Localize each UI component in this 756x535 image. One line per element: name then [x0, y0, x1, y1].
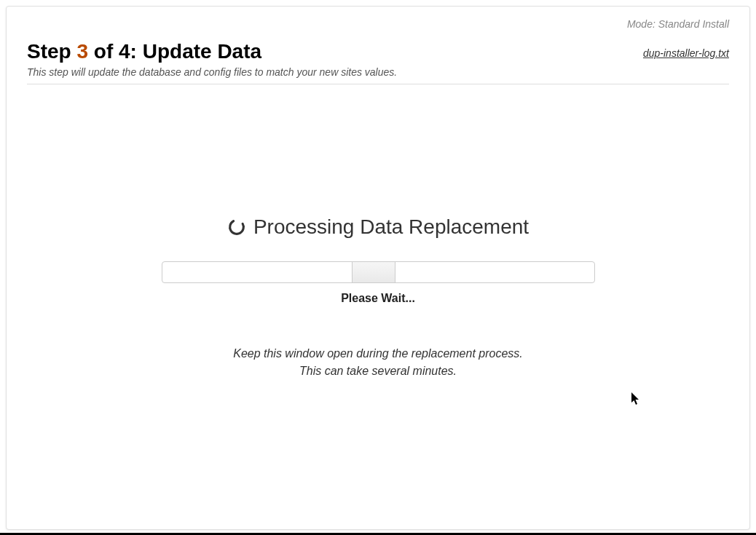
step-subtitle: This step will update the database and c…: [27, 66, 729, 78]
mode-label: Mode: Standard Install: [627, 18, 729, 30]
svg-point-0: [227, 218, 246, 237]
info-text: Keep this window open during the replace…: [27, 345, 729, 380]
processing-title: Processing Data Replacement: [227, 215, 529, 239]
progress-bar: [162, 261, 595, 283]
header-divider: [27, 84, 729, 84]
header-row: Step 3 of 4: Update Data dup-installer-l…: [27, 40, 729, 78]
step-prefix: Step: [27, 40, 76, 63]
processing-title-text: Processing Data Replacement: [253, 215, 529, 239]
step-number: 3: [76, 40, 88, 63]
please-wait-text: Please Wait...: [27, 292, 729, 305]
step-middle: of 4:: [88, 40, 143, 63]
processing-block: Processing Data Replacement Please Wait.…: [27, 215, 729, 380]
log-link[interactable]: dup-installer-log.txt: [643, 47, 729, 59]
spinner-icon: [227, 218, 246, 237]
step-title: Step 3 of 4: Update Data: [27, 40, 261, 63]
progress-indicator: [352, 262, 395, 282]
step-name: Update Data: [143, 40, 261, 63]
installer-panel: Mode: Standard Install Step 3 of 4: Upda…: [6, 6, 750, 530]
cursor-icon: [631, 392, 642, 409]
info-line-1: Keep this window open during the replace…: [233, 347, 523, 360]
info-line-2: This can take several minutes.: [299, 365, 457, 377]
